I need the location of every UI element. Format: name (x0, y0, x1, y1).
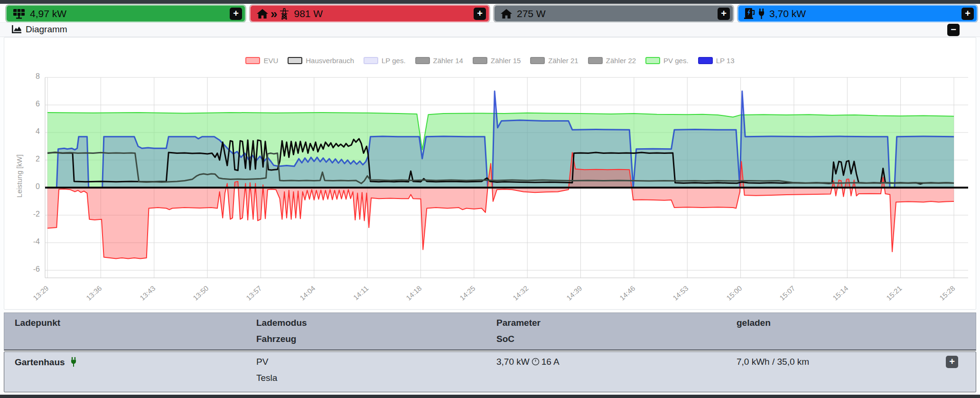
legend-label: LP 13 (716, 57, 735, 65)
x-tick-label: 14:39 (552, 284, 583, 313)
chargepoint-table-header: Ladepunkt Lademodus Fahrzeug Parameter S… (4, 313, 976, 351)
x-axis-ticks: 13:2913:3613:4313:5013:5714:0414:1114:18… (0, 284, 980, 313)
status-box-chargepoints[interactable]: 3,70 kW + (737, 5, 978, 22)
top-navigation-bar (0, 0, 980, 4)
diagram-collapse-button[interactable]: − (947, 24, 960, 36)
legend-label: EVU (263, 57, 278, 65)
legend-item-lp-13[interactable]: LP 13 (698, 57, 735, 65)
legend-item-lp-ges-[interactable]: LP ges. (364, 57, 406, 65)
power-pylon-icon (279, 8, 289, 20)
chargepoint-row-gartenhaus[interactable]: Gartenhaus PV Tesla 3,70 kW16 A 7,0 kWh … (4, 351, 976, 392)
x-tick-label: 14:11 (339, 284, 370, 313)
charged-value: 7,0 kWh / 35,0 km (737, 357, 809, 367)
legend-item-z-hler-15[interactable]: Zähler 15 (473, 57, 521, 65)
legend-label: Zähler 21 (548, 57, 578, 65)
vehicle-name[interactable]: Tesla (256, 373, 277, 383)
chart-plot[interactable] (0, 71, 980, 283)
x-tick-label: 13:57 (233, 284, 263, 313)
openwb-dashboard: 4,97 kW + » 981 W + 275 W + 3,70 kW + (0, 0, 980, 398)
legend-swatch (415, 57, 430, 64)
grid-expand-button[interactable]: + (474, 8, 486, 20)
x-tick-label: 13:29 (19, 284, 50, 313)
plug-icon (758, 8, 765, 19)
header-geladen: geladen (737, 318, 771, 328)
x-tick-label: 15:07 (765, 284, 796, 313)
legend-swatch (245, 57, 260, 64)
home-icon (256, 8, 269, 19)
x-tick-label: 13:36 (73, 284, 103, 313)
legend-swatch (530, 57, 545, 64)
chargepoints-power-value: 3,70 kW (769, 8, 806, 19)
legend-label: LP ges. (382, 57, 406, 65)
home-icon (500, 8, 513, 19)
diagram-title: Diagramm (26, 24, 67, 35)
legend-label: PV ges. (663, 57, 689, 65)
solar-panel-icon (12, 8, 26, 19)
header-lademodus: Lademodus (256, 318, 307, 328)
house-expand-button[interactable]: + (718, 8, 730, 20)
x-tick-label: 15:21 (872, 284, 903, 313)
chargepoints-expand-button[interactable]: + (961, 8, 974, 20)
double-arrow-right-icon: » (271, 9, 277, 19)
x-tick-label: 14:04 (286, 284, 317, 313)
chart-area-icon (11, 25, 22, 34)
clock-icon (532, 358, 540, 366)
legend-swatch (473, 57, 487, 64)
legend-item-hausverbrauch[interactable]: Hausverbrauch (288, 57, 354, 65)
status-box-grid[interactable]: » 981 W + (250, 5, 490, 22)
x-tick-label: 13:43 (126, 284, 157, 313)
status-box-pv[interactable]: 4,97 kW + (6, 5, 246, 22)
legend-item-z-hler-14[interactable]: Zähler 14 (415, 57, 463, 65)
x-tick-label: 14:25 (446, 284, 476, 313)
header-soc: SoC (496, 334, 514, 344)
x-tick-label: 14:32 (499, 284, 530, 313)
legend-swatch (698, 57, 713, 64)
legend-label: Hausverbrauch (306, 57, 354, 65)
charging-station-icon (744, 8, 756, 20)
x-tick-label: 15:28 (925, 284, 956, 313)
legend-item-z-hler-22[interactable]: Zähler 22 (588, 57, 636, 65)
chart-legend: EVUHausverbrauchLP ges.Zähler 14Zähler 1… (0, 57, 980, 65)
plug-connected-icon (70, 357, 77, 367)
header-parameter: Parameter (496, 318, 541, 328)
chargepoint-name: Gartenhaus (15, 357, 77, 368)
status-box-house[interactable]: 275 W + (494, 5, 734, 22)
legend-swatch (364, 57, 378, 64)
grid-power-value: 981 W (294, 8, 323, 19)
parameter-value: 3,70 kW16 A (496, 357, 560, 367)
legend-swatch (288, 57, 302, 64)
legend-item-pv-ges-[interactable]: PV ges. (645, 57, 689, 65)
header-fahrzeug: Fahrzeug (256, 334, 296, 344)
header-ladepunkt: Ladepunkt (15, 318, 60, 328)
pv-power-value: 4,97 kW (30, 8, 66, 19)
pv-expand-button[interactable]: + (230, 8, 242, 20)
legend-label: Zähler 22 (606, 57, 636, 65)
x-tick-label: 14:46 (606, 284, 636, 313)
legend-item-z-hler-21[interactable]: Zähler 21 (530, 57, 578, 65)
x-tick-label: 14:53 (659, 284, 690, 313)
legend-label: Zähler 15 (491, 57, 521, 65)
x-tick-label: 13:50 (179, 284, 210, 313)
charge-mode[interactable]: PV (256, 357, 268, 367)
x-tick-label: 15:00 (712, 284, 743, 313)
x-tick-label: 14:18 (392, 284, 423, 313)
x-tick-label: 15:14 (819, 284, 850, 313)
legend-swatch (645, 57, 660, 64)
house-power-value: 275 W (517, 8, 546, 19)
legend-label: Zähler 14 (433, 57, 463, 65)
row-expand-button[interactable]: + (946, 356, 958, 368)
diagram-header: Diagramm − (0, 22, 980, 37)
legend-item-evu[interactable]: EVU (245, 57, 278, 65)
bottom-bar (0, 395, 980, 398)
legend-swatch (588, 57, 603, 64)
